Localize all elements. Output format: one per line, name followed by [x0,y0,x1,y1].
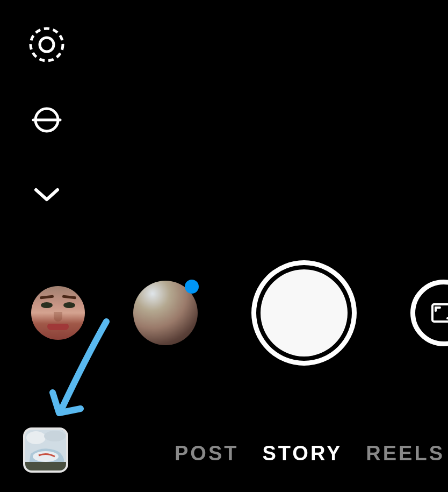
svg-point-1 [40,38,54,52]
tab-story[interactable]: STORY [262,442,342,465]
new-badge-icon [185,280,199,294]
svg-point-7 [44,431,66,441]
chevron-down-icon[interactable] [28,176,66,214]
tab-reels[interactable]: REELS [366,442,445,465]
mode-tabs: POST STORY REELS L [175,442,448,465]
exposure-icon[interactable] [28,101,66,139]
effect-building-filter[interactable] [133,281,198,345]
capture-button[interactable] [251,260,357,366]
left-tools [28,26,66,214]
switch-camera-button[interactable] [410,280,448,346]
svg-rect-9 [25,462,66,470]
create-story-icon[interactable] [28,26,66,63]
svg-point-0 [31,28,63,61]
tab-post[interactable]: POST [175,442,239,465]
aspect-ratio-icon [430,302,448,324]
svg-point-6 [26,431,46,444]
gallery-thumbnail[interactable] [23,427,68,473]
effect-face-filter[interactable] [31,286,85,340]
capture-inner [261,269,348,356]
capture-row [0,260,448,366]
